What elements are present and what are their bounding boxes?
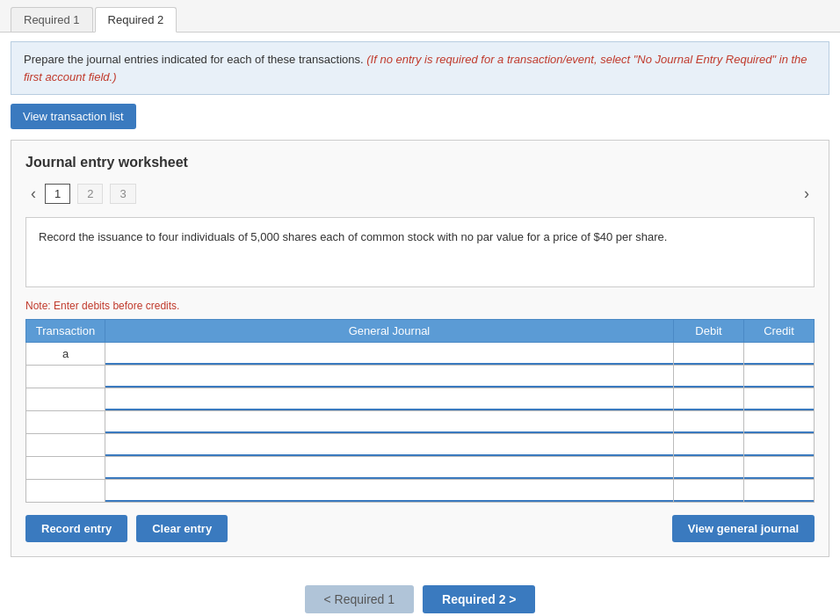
credit-input[interactable] [744,343,814,365]
transaction-cell [26,366,105,388]
col-header-debit: Debit [674,320,744,343]
page-2[interactable]: 2 [77,184,103,204]
credit-input[interactable] [744,480,814,502]
credit-input-cell[interactable] [744,480,815,503]
transaction-description: Record the issuance to four individuals … [25,217,815,287]
debit-input[interactable] [674,480,743,502]
prev-page-arrow[interactable]: ‹ [25,183,41,205]
credit-input[interactable] [744,388,814,410]
table-row [26,411,815,434]
journal-input-cell[interactable] [105,388,674,411]
debit-input-cell[interactable] [674,366,744,388]
journal-input-cell[interactable] [105,343,674,366]
table-row [26,388,815,411]
debit-input[interactable] [674,388,743,410]
action-buttons: Record entry Clear entry View general jo… [25,515,815,542]
journal-input[interactable] [105,388,673,410]
journal-table: Transaction General Journal Debit Credit… [25,319,815,503]
debit-input[interactable] [674,457,743,479]
transaction-cell [26,480,105,503]
transaction-cell: a [26,343,105,366]
credit-input[interactable] [744,366,814,388]
journal-input-cell[interactable] [105,434,674,457]
journal-input[interactable] [105,343,673,365]
debit-input-cell[interactable] [674,343,744,366]
credit-input-cell[interactable] [744,343,815,366]
col-header-transaction: Transaction [26,320,105,343]
journal-input-cell[interactable] [105,480,674,503]
page-navigation: ‹ 1 2 3 › [25,183,815,205]
note-text: Note: Enter debits before credits. [25,300,815,312]
table-row [26,480,815,503]
view-transaction-button[interactable]: View transaction list [11,104,136,129]
credit-input-cell[interactable] [744,434,815,457]
worksheet-title: Journal entry worksheet [25,155,815,170]
journal-input-cell[interactable] [105,411,674,434]
page-3[interactable]: 3 [110,184,135,204]
debit-input-cell[interactable] [674,411,744,434]
info-box: Prepare the journal entries indicated fo… [11,41,829,95]
debit-input-cell[interactable] [674,434,744,457]
credit-input[interactable] [744,434,814,456]
debit-input-cell[interactable] [674,480,744,503]
transaction-cell [26,411,105,434]
journal-input[interactable] [105,457,673,479]
page-1[interactable]: 1 [45,184,70,204]
tab-required1[interactable]: Required 1 [11,7,93,32]
credit-input[interactable] [744,457,814,479]
debit-input[interactable] [674,434,743,456]
table-row [26,366,815,388]
tab-required2[interactable]: Required 2 [95,7,177,33]
bottom-prev-button[interactable]: < Required 1 [305,585,415,613]
debit-input[interactable] [674,366,743,388]
view-general-journal-button[interactable]: View general journal [672,515,815,542]
journal-input-cell[interactable] [105,366,674,388]
debit-input[interactable] [674,343,743,365]
journal-input[interactable] [105,411,673,433]
credit-input[interactable] [744,411,814,433]
bottom-navigation: < Required 1 Required 2 > [0,568,840,616]
transaction-cell [26,457,105,480]
debit-input-cell[interactable] [674,388,744,411]
debit-input[interactable] [674,411,743,433]
col-header-journal: General Journal [105,320,674,343]
journal-input[interactable] [105,434,673,456]
credit-input-cell[interactable] [744,388,815,411]
clear-entry-button[interactable]: Clear entry [136,515,228,542]
table-row: a [26,343,815,366]
transaction-cell [26,388,105,411]
bottom-next-button[interactable]: Required 2 > [423,585,535,613]
record-entry-button[interactable]: Record entry [25,515,127,542]
journal-entry-worksheet: Journal entry worksheet ‹ 1 2 3 › Record… [11,140,829,557]
journal-input[interactable] [105,366,673,388]
tab-bar: Required 1 Required 2 [0,0,840,33]
credit-input-cell[interactable] [744,411,815,434]
debit-input-cell[interactable] [674,457,744,480]
next-page-arrow[interactable]: › [799,183,815,205]
table-row [26,434,815,457]
journal-input[interactable] [105,480,673,502]
col-header-credit: Credit [744,320,815,343]
credit-input-cell[interactable] [744,366,815,388]
info-main-text: Prepare the journal entries indicated fo… [24,53,364,66]
table-row [26,457,815,480]
credit-input-cell[interactable] [744,457,815,480]
journal-input-cell[interactable] [105,457,674,480]
transaction-cell [26,434,105,457]
